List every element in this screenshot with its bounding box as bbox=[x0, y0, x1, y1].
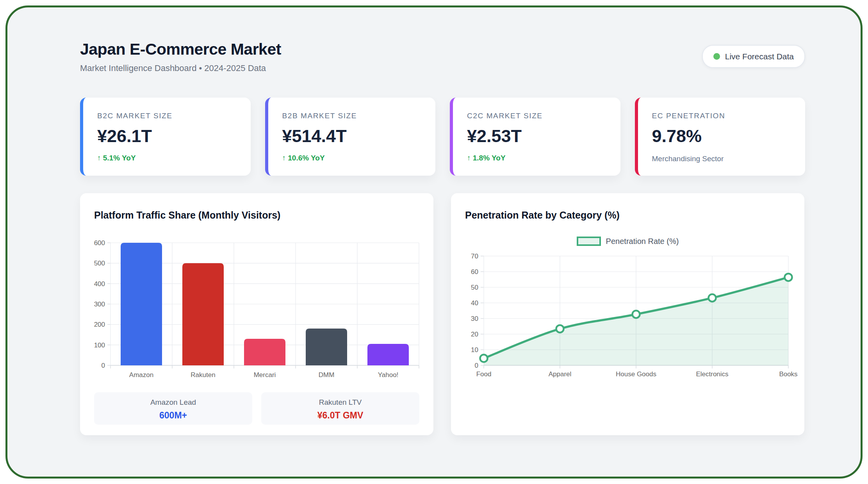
kpi-delta: ↑ 10.6% YoY bbox=[282, 154, 422, 162]
dashboard-frame: Japan E-Commerce Market Market Intellige… bbox=[5, 5, 863, 479]
data-point-housegoods[interactable] bbox=[633, 311, 640, 318]
charts-row: Platform Traffic Share (Monthly Visitors… bbox=[80, 193, 805, 435]
legend-label: Penetration Rate (%) bbox=[606, 237, 679, 246]
kpi-card-c2c: C2C MARKET SIZE ¥2.53T ↑ 1.8% YoY bbox=[450, 98, 620, 176]
line-chart[interactable]: 010203040506070FoodApparelHouse GoodsEle… bbox=[465, 249, 790, 379]
kpi-label: B2C MARKET SIZE bbox=[97, 112, 237, 120]
data-point-books[interactable] bbox=[785, 274, 792, 281]
y-tick-label: 200 bbox=[94, 321, 105, 328]
data-point-food[interactable] bbox=[480, 355, 488, 362]
penetration-rate-chart-card: Penetration Rate by Category (%) Penetra… bbox=[451, 193, 804, 435]
x-category-label: Food bbox=[476, 370, 492, 378]
data-point-apparel[interactable] bbox=[556, 325, 564, 333]
bar-chart[interactable]: 0100200300400500600AmazonRakutenMercariD… bbox=[94, 228, 419, 382]
bar-dmm[interactable] bbox=[306, 329, 347, 365]
y-tick-label: 500 bbox=[94, 260, 105, 267]
kpi-value: ¥514.4T bbox=[282, 126, 422, 146]
y-tick-label: 600 bbox=[94, 239, 105, 247]
data-point-electronics[interactable] bbox=[709, 294, 716, 302]
x-category-label: DMM bbox=[319, 371, 335, 379]
line-chart-title: Penetration Rate by Category (%) bbox=[465, 210, 790, 221]
stat-value: 600M+ bbox=[94, 410, 252, 421]
y-tick-label: 60 bbox=[471, 268, 478, 276]
x-category-label: Apparel bbox=[549, 370, 572, 378]
stat-label: Amazon Lead bbox=[94, 398, 252, 407]
kpi-value: ¥26.1T bbox=[97, 126, 237, 146]
traffic-share-chart-card: Platform Traffic Share (Monthly Visitors… bbox=[80, 193, 433, 435]
page-title: Japan E-Commerce Market bbox=[80, 40, 281, 59]
badge-label: Live Forecast Data bbox=[725, 52, 794, 61]
kpi-card-b2b: B2B MARKET SIZE ¥514.4T ↑ 10.6% YoY bbox=[265, 98, 436, 176]
stat-amazon-lead: Amazon Lead 600M+ bbox=[94, 392, 252, 425]
y-tick-label: 400 bbox=[94, 280, 105, 288]
kpi-delta: ↑ 5.1% YoY bbox=[97, 154, 237, 162]
bar-mercari[interactable] bbox=[244, 339, 285, 365]
y-tick-label: 30 bbox=[471, 315, 478, 322]
stat-label: Rakuten LTV bbox=[261, 398, 419, 407]
header-titles: Japan E-Commerce Market Market Intellige… bbox=[80, 40, 281, 73]
y-tick-label: 10 bbox=[471, 346, 478, 354]
dashboard-content: Japan E-Commerce Market Market Intellige… bbox=[7, 40, 861, 435]
x-category-label: Books bbox=[779, 370, 797, 378]
bar-amazon[interactable] bbox=[121, 243, 162, 365]
status-dot-icon bbox=[713, 53, 720, 60]
kpi-card-ec-penetration: EC PENETRATION 9.78% Merchandising Secto… bbox=[635, 98, 806, 176]
kpi-row: B2C MARKET SIZE ¥26.1T ↑ 5.1% YoY B2B MA… bbox=[80, 98, 805, 176]
x-category-label: Mercari bbox=[254, 371, 276, 379]
y-tick-label: 20 bbox=[471, 331, 478, 338]
bar-chart-stats: Amazon Lead 600M+ Rakuten LTV ¥6.0T GMV bbox=[94, 392, 419, 425]
kpi-delta: ↑ 1.8% YoY bbox=[467, 154, 606, 162]
legend-swatch-icon bbox=[577, 237, 601, 246]
header: Japan E-Commerce Market Market Intellige… bbox=[80, 40, 805, 73]
kpi-label: C2C MARKET SIZE bbox=[467, 112, 606, 120]
bar-rakuten[interactable] bbox=[182, 263, 224, 365]
x-category-label: Rakuten bbox=[191, 371, 215, 379]
page-subtitle: Market Intelligence Dashboard • 2024-202… bbox=[80, 63, 281, 73]
kpi-note: Merchandising Sector bbox=[652, 155, 791, 163]
y-tick-label: 40 bbox=[471, 299, 478, 307]
y-tick-label: 100 bbox=[94, 342, 105, 349]
line-chart-legend[interactable]: Penetration Rate (%) bbox=[465, 237, 790, 246]
y-tick-label: 0 bbox=[102, 362, 105, 369]
bar-yahoo[interactable] bbox=[367, 344, 409, 365]
x-category-label: Electronics bbox=[696, 370, 728, 378]
y-tick-label: 0 bbox=[475, 362, 478, 369]
y-tick-label: 300 bbox=[94, 301, 105, 308]
x-category-label: Yahoo! bbox=[378, 371, 399, 379]
x-category-label: Amazon bbox=[129, 371, 153, 379]
bar-chart-title: Platform Traffic Share (Monthly Visitors… bbox=[94, 210, 419, 221]
kpi-label: EC PENETRATION bbox=[652, 112, 791, 120]
kpi-value: ¥2.53T bbox=[467, 126, 606, 146]
y-tick-label: 70 bbox=[471, 253, 478, 260]
kpi-card-b2c: B2C MARKET SIZE ¥26.1T ↑ 5.1% YoY bbox=[80, 98, 251, 176]
kpi-value: 9.78% bbox=[652, 126, 791, 146]
stat-value: ¥6.0T GMV bbox=[261, 410, 419, 421]
y-tick-label: 50 bbox=[471, 284, 478, 291]
stat-rakuten-ltv: Rakuten LTV ¥6.0T GMV bbox=[261, 392, 419, 425]
live-forecast-badge: Live Forecast Data bbox=[702, 45, 805, 68]
x-category-label: House Goods bbox=[616, 370, 656, 378]
kpi-label: B2B MARKET SIZE bbox=[282, 112, 422, 120]
